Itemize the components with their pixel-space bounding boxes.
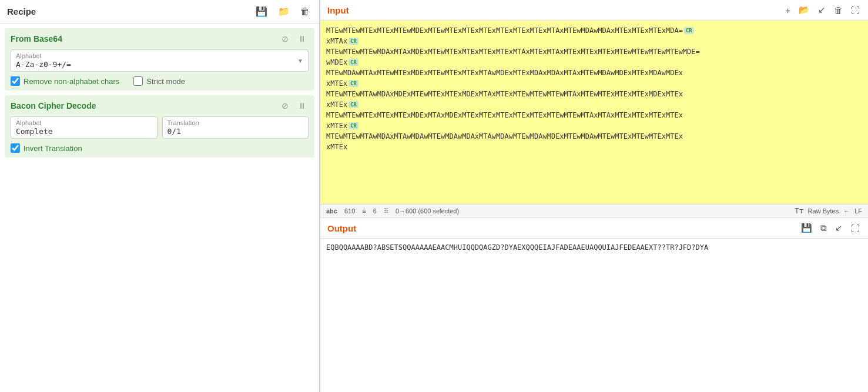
arrow-icon: ←: [843, 207, 850, 215]
bacon-alphabet-label: Alphabet: [16, 119, 152, 126]
input-line-5a: xMTEx: [326, 122, 347, 130]
line-count: 6: [373, 207, 377, 215]
input-title: Input: [327, 5, 349, 15]
input-line-2b: wMDEx: [326, 58, 347, 66]
recipe-icons: 💾 📁 🗑: [253, 5, 312, 18]
open-file-button[interactable]: 📂: [797, 4, 811, 16]
mode-label: Raw Bytes: [808, 207, 839, 215]
output-header: Output 💾 ⧉ ↙ ⛶: [320, 218, 868, 239]
alphabet-label: Alphabet: [16, 52, 303, 59]
chars-icon: abc: [326, 207, 337, 215]
bacon-alphabet-input[interactable]: [16, 127, 152, 136]
from-base64-controls: ⊘ ⏸: [279, 33, 309, 45]
from-base64-block: From Base64 ⊘ ⏸ Alphabet ▼ Remove non-al…: [5, 28, 314, 91]
output-text: EQBQQAAAABD?ABSETSQQAAAAAEAACMHUIQQDQAGZ…: [326, 243, 708, 252]
input-line-5: MTEwMTEwMTExMTExMTExMDExMTAxMDExMTExMTEx…: [326, 111, 683, 119]
cr-badge-5: CR: [348, 122, 358, 129]
save-output-button[interactable]: 💾: [800, 222, 813, 234]
bacon-controls: ⊘ ⏸: [279, 100, 309, 112]
cr-badge-3: CR: [348, 80, 358, 87]
open-recipe-button[interactable]: 📁: [276, 5, 292, 18]
input-line-1: MTEwMTEwMTExMTExMTEwMDExMTEwMTExMTExMTEx…: [326, 26, 683, 35]
bacon-translation-input[interactable]: [167, 127, 304, 136]
bacon-fields: Alphabet Translation: [11, 116, 309, 139]
bacon-title: Bacon Cipher Decode: [11, 101, 96, 110]
input-line-2: MTEwMTEwMTEwMDAxMTAxMDExMTEwMTExMTExMTEx…: [326, 48, 700, 56]
input-icons: + 📂 ↙ 🗑 ⛶: [784, 4, 861, 16]
bacon-cipher-block: Bacon Cipher Decode ⊘ ⏸ Alphabet Transla…: [5, 95, 314, 158]
input-line-6a: xMTEx: [326, 143, 347, 151]
input-line-3: MTEwMDAwMTAxMTEwMTExMDExMTEwMTExMTExMTAw…: [326, 69, 683, 77]
pause-base64-button[interactable]: ⏸: [296, 33, 309, 45]
input-header: Input + 📂 ↙ 🗑 ⛶: [320, 0, 868, 21]
clear-input-button[interactable]: 🗑: [833, 4, 844, 16]
recipe-header: Recipe 💾 📁 🗑: [0, 0, 319, 24]
lines-icon: ≡: [362, 207, 366, 215]
bacon-alphabet-field: Alphabet: [11, 116, 157, 139]
copy-output-button[interactable]: ⧉: [819, 222, 828, 234]
char-count: 610: [344, 207, 355, 215]
invert-checkbox-row: Invert Translation: [11, 143, 309, 153]
paste-input-button[interactable]: ↙: [817, 4, 827, 16]
strict-mode-label: Strict mode: [146, 77, 185, 86]
disable-base64-button[interactable]: ⊘: [279, 33, 291, 45]
cr-badge-2b: CR: [348, 59, 358, 66]
alphabet-input[interactable]: [16, 60, 303, 69]
new-input-button[interactable]: +: [784, 4, 792, 16]
output-title: Output: [327, 223, 356, 233]
checkbox-row: Remove non-alphabet chars Strict mode: [11, 76, 309, 86]
invert-translation-label: Invert Translation: [24, 144, 82, 153]
input-line-6: MTEwMTEwMTAwMDAxMTAwMDAwMTEwMDAwMDAxMTAw…: [326, 132, 683, 140]
invert-translation-checkbox[interactable]: [11, 143, 20, 153]
invert-translation-checkbox-item[interactable]: Invert Translation: [11, 143, 82, 153]
line-ending: LF: [854, 207, 862, 215]
recipe-title: Recipe: [7, 6, 36, 16]
output-text-area: EQBQQAAAABD?ABSETSQQAAAAAEAACMHUIQQDQAGZ…: [320, 239, 868, 392]
right-panel: Input + 📂 ↙ 🗑 ⛶ MTEwMTEwMTExMTExMTEwMDEx…: [320, 0, 868, 392]
alphabet-field-group: Alphabet ▼: [11, 49, 309, 72]
disable-bacon-button[interactable]: ⊘: [279, 100, 291, 112]
output-icons: 💾 ⧉ ↙ ⛶: [800, 222, 861, 234]
save-recipe-button[interactable]: 💾: [253, 5, 270, 18]
input-line-3a: xMTEx: [326, 79, 347, 88]
status-right: Tᴛ Raw Bytes ← LF: [795, 207, 862, 215]
send-to-input-button[interactable]: ↙: [834, 222, 844, 234]
from-base64-title: From Base64: [11, 34, 62, 43]
status-left: abc 610 ≡ 6 ⠿ 0→600 (600 selected): [326, 207, 459, 215]
selection-info: 0→600 (600 selected): [396, 207, 459, 215]
remove-nonalpha-checkbox-item[interactable]: Remove non-alphabet chars: [11, 76, 119, 86]
bacon-translation-field: Translation: [162, 116, 309, 139]
pause-bacon-button[interactable]: ⏸: [296, 100, 309, 112]
expand-input-button[interactable]: ⛶: [850, 4, 861, 16]
delete-recipe-button[interactable]: 🗑: [298, 5, 312, 18]
left-panel: Recipe 💾 📁 🗑 From Base64 ⊘ ⏸ Alphabet ▼ …: [0, 0, 320, 392]
remove-nonalpha-label: Remove non-alphabet chars: [24, 77, 119, 86]
input-line-4a: xMTEx: [326, 100, 347, 109]
remove-nonalpha-checkbox[interactable]: [11, 76, 20, 86]
from-base64-header: From Base64 ⊘ ⏸: [11, 33, 309, 45]
cr-badge-4: CR: [348, 101, 358, 108]
status-bar: abc 610 ≡ 6 ⠿ 0→600 (600 selected) Tᴛ Ra…: [320, 204, 868, 218]
input-line-1b: xMTAx: [326, 37, 347, 45]
select-icon: ⠿: [384, 207, 388, 215]
bacon-header: Bacon Cipher Decode ⊘ ⏸: [11, 100, 309, 112]
cr-badge-1b: CR: [348, 38, 358, 45]
font-icon: Tᴛ: [795, 207, 803, 215]
input-line-4: MTEwMTEwMTAwMDAxMDExMTEwMTExMTExMDExMTAx…: [326, 90, 683, 98]
input-text-area[interactable]: MTEwMTEwMTExMTExMTEwMDExMTEwMTExMTExMTEx…: [320, 21, 868, 204]
alphabet-dropdown-icon[interactable]: ▼: [297, 58, 303, 64]
expand-output-button[interactable]: ⛶: [850, 222, 861, 234]
strict-mode-checkbox[interactable]: [133, 76, 143, 86]
output-section: Output 💾 ⧉ ↙ ⛶ EQBQQAAAABD?ABSETSQQAAAAA…: [320, 218, 868, 392]
cr-badge-1: CR: [684, 27, 694, 34]
strict-mode-checkbox-item[interactable]: Strict mode: [133, 76, 185, 86]
bacon-translation-label: Translation: [167, 119, 304, 126]
